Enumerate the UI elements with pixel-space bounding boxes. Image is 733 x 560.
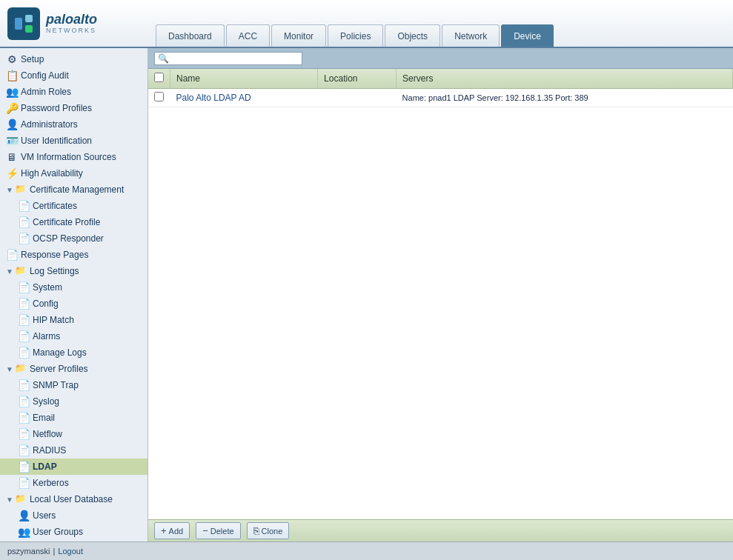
separator: | (53, 547, 55, 556)
sidebar-item-radius[interactable]: 📄RADIUS (0, 442, 147, 459)
sidebar-group-cert-mgmt[interactable]: ▼📁Certificate Management (0, 181, 147, 198)
sidebar-item-label: Administrators (21, 119, 78, 130)
sidebar-group-local-user-db[interactable]: ▼📁Local User Database (0, 491, 147, 507)
nav-tab-acc[interactable]: ACC (226, 24, 270, 47)
sidebar-item-system[interactable]: 📄System (0, 279, 147, 296)
sidebar-item-netflow[interactable]: 📄Netflow (0, 426, 147, 442)
sidebar-item-high-availability[interactable]: ⚡High Availability (0, 165, 147, 181)
sidebar-item-label: System (33, 282, 62, 293)
item-icon: 📄 (18, 428, 30, 440)
logo-icon (7, 7, 40, 40)
sidebar-item-certificates[interactable]: 📄Certificates (0, 198, 147, 214)
sidebar-item-label: User Groups (33, 527, 83, 537)
item-icon: 📄 (18, 347, 30, 359)
sidebar-group-server-profiles[interactable]: ▼📁Server Profiles (0, 361, 147, 377)
sidebar-item-syslog[interactable]: 📄Syslog (0, 393, 147, 410)
search-icon: 🔍 (158, 53, 169, 64)
add-button[interactable]: + Add (154, 522, 190, 539)
nav-tab-objects[interactable]: Objects (385, 24, 440, 47)
logout-link[interactable]: Logout (58, 547, 83, 556)
sidebar-item-setup[interactable]: ⚙Setup (0, 51, 147, 67)
table-row[interactable]: Palo Alto LDAP AD Name: pnad1 LDAP Serve… (148, 89, 733, 107)
sidebar-item-label: LDAP (33, 461, 57, 472)
sidebar: ⚙Setup📋Config Audit👥Admin Roles🔑Password… (0, 48, 148, 541)
sidebar-group-label: Local User Database (30, 494, 113, 504)
item-icon: 📄 (18, 444, 30, 456)
sidebar-item-label: SNMP Trap (33, 380, 79, 390)
item-icon: 📄 (18, 314, 30, 326)
item-icon: 📋 (6, 70, 18, 81)
sidebar-item-response-pages[interactable]: 📄Response Pages (0, 247, 147, 263)
sidebar-item-user-identification[interactable]: 🪪User Identification (0, 133, 147, 149)
sidebar-item-label: HIP Match (33, 315, 74, 325)
row-checkbox-cell (148, 89, 170, 107)
sidebar-item-alarms[interactable]: 📄Alarms (0, 328, 147, 344)
sidebar-item-label: Netflow (33, 429, 62, 439)
item-icon: 🪪 (6, 135, 18, 147)
group-icon: 📁 (15, 363, 27, 375)
row-servers: Name: pnad1 LDAP Server: 192.168.1.35 Po… (397, 89, 733, 107)
top-bar: paloalto NETWORKS DashboardACCMonitorPol… (0, 0, 733, 48)
sidebar-item-user-groups[interactable]: 👥User Groups (0, 524, 147, 540)
sidebar-item-auth-profile[interactable]: 🔐Authentication Profile (0, 540, 147, 541)
sidebar-item-label: User Identification (21, 136, 92, 146)
item-icon: 📄 (18, 216, 30, 228)
row-checkbox[interactable] (154, 92, 164, 101)
nav-tab-dashboard[interactable]: Dashboard (156, 24, 225, 47)
sidebar-group-label: Server Profiles (30, 364, 88, 374)
sidebar-item-label: Certificates (33, 201, 77, 211)
sidebar-item-config-audit[interactable]: 📋Config Audit (0, 67, 147, 84)
sidebar-item-label: Password Profiles (21, 103, 92, 113)
sidebar-item-ldap[interactable]: 📄LDAP (0, 459, 147, 475)
item-icon: 📄 (18, 200, 30, 212)
delete-button[interactable]: − Delete (196, 522, 240, 539)
row-name: Palo Alto LDAP AD (170, 89, 318, 107)
item-icon: 📄 (18, 298, 30, 310)
sidebar-item-snmp-trap[interactable]: 📄SNMP Trap (0, 377, 147, 393)
nav-tab-network[interactable]: Network (442, 24, 500, 47)
sidebar-item-label: Setup (21, 54, 44, 64)
nav-tab-device[interactable]: Device (501, 24, 554, 47)
clone-label: Clone (262, 527, 283, 536)
nav-tab-policies[interactable]: Policies (328, 24, 383, 47)
sidebar-item-label: Kerberos (33, 478, 69, 488)
sidebar-item-cert-profile[interactable]: 📄Certificate Profile (0, 214, 147, 230)
sidebar-group-log-settings[interactable]: ▼📁Log Settings (0, 263, 147, 279)
sidebar-item-users[interactable]: 👤Users (0, 507, 147, 524)
sidebar-item-label: Config Audit (21, 70, 69, 81)
sidebar-item-administrators[interactable]: 👤Administrators (0, 116, 147, 133)
sidebar-item-label: Config (33, 299, 59, 309)
logo-text: paloalto NETWORKS (46, 13, 97, 35)
sidebar-item-label: Manage Logs (33, 347, 87, 358)
main-layout: ⚙Setup📋Config Audit👥Admin Roles🔑Password… (0, 48, 733, 541)
item-icon: 👤 (18, 510, 30, 521)
svg-rect-2 (25, 15, 33, 22)
sidebar-item-config[interactable]: 📄Config (0, 296, 147, 312)
sidebar-item-password-profiles[interactable]: 🔑Password Profiles (0, 100, 147, 116)
sidebar-item-ocsp-responder[interactable]: 📄OCSP Responder (0, 230, 147, 247)
sidebar-item-label: VM Information Sources (21, 152, 116, 162)
sidebar-item-admin-roles[interactable]: 👥Admin Roles (0, 84, 147, 100)
delete-icon: − (202, 525, 208, 536)
expand-icon: ▼ (6, 365, 13, 373)
bottom-toolbar: + Add − Delete ⎘ Clone (148, 519, 733, 541)
item-icon: 📄 (18, 330, 30, 342)
col-name: Name (170, 69, 318, 89)
sidebar-scroll[interactable]: ⚙Setup📋Config Audit👥Admin Roles🔑Password… (0, 48, 147, 541)
sidebar-item-label: Syslog (33, 396, 59, 407)
sidebar-item-vm-information[interactable]: 🖥VM Information Sources (0, 149, 147, 165)
col-checkbox (148, 69, 170, 89)
nav-tab-monitor[interactable]: Monitor (271, 24, 326, 47)
delete-label: Delete (210, 527, 234, 536)
sidebar-item-kerberos[interactable]: 📄Kerberos (0, 475, 147, 491)
clone-button[interactable]: ⎘ Clone (247, 522, 290, 539)
search-input[interactable] (169, 54, 299, 63)
add-icon: + (161, 525, 167, 536)
sidebar-item-manage-logs[interactable]: 📄Manage Logs (0, 344, 147, 361)
sidebar-item-hip-match[interactable]: 📄HIP Match (0, 312, 147, 328)
content-area: 🔍 Name Location Servers (148, 48, 733, 541)
nav-tabs: DashboardACCMonitorPoliciesObjectsNetwor… (156, 0, 554, 47)
select-all-checkbox[interactable] (154, 73, 164, 82)
item-icon: 🖥 (6, 151, 18, 163)
sidebar-item-email[interactable]: 📄Email (0, 410, 147, 426)
